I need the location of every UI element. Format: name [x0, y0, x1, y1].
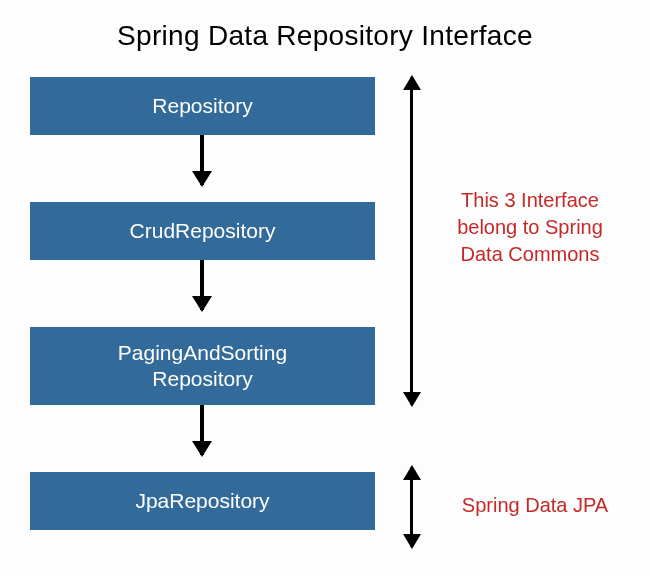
box-crud-repository: CrudRepository [30, 202, 375, 260]
box-crud-label: CrudRepository [130, 218, 276, 244]
box-jpa-label: JpaRepository [135, 488, 269, 514]
box-paging-label: PagingAndSorting Repository [118, 340, 287, 393]
annotation-commons: This 3 Interface belong to Spring Data C… [435, 187, 625, 268]
arrow-down-icon [200, 135, 204, 185]
page-title: Spring Data Repository Interface [0, 0, 650, 67]
box-jpa-repository: JpaRepository [30, 472, 375, 530]
bracket-arrow-icon [410, 467, 413, 547]
box-paging-sorting-repository: PagingAndSorting Repository [30, 327, 375, 405]
arrow-down-icon [200, 405, 204, 455]
box-repository: Repository [30, 77, 375, 135]
hierarchy-diagram: Repository CrudRepository PagingAndSorti… [0, 67, 650, 567]
box-repository-label: Repository [152, 93, 252, 119]
bracket-arrow-icon [410, 77, 413, 405]
arrow-down-icon [200, 260, 204, 310]
annotation-jpa: Spring Data JPA [445, 492, 625, 519]
